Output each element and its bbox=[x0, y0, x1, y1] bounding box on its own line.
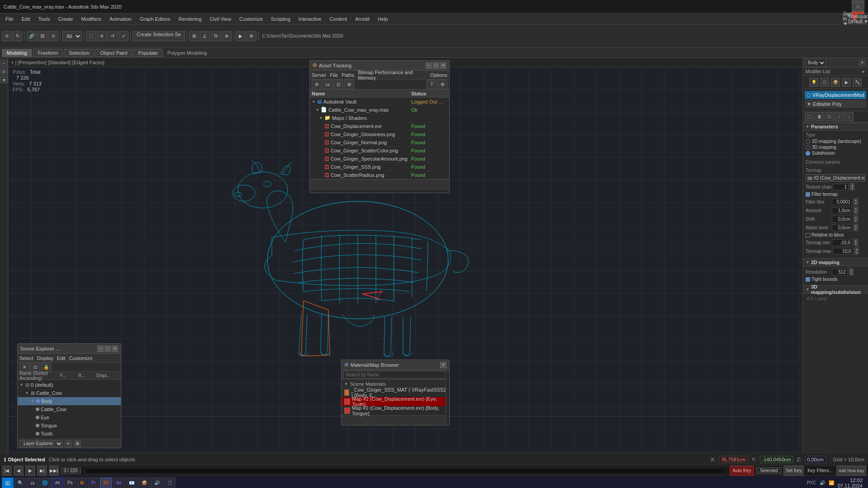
select-btn[interactable]: ⬚ bbox=[86, 31, 96, 41]
prev-frame-btn[interactable]: ◀ bbox=[14, 466, 24, 476]
se-maximize[interactable]: □ bbox=[104, 346, 111, 352]
bind-button[interactable]: ⊙ bbox=[48, 31, 58, 41]
se-close[interactable]: ✕ bbox=[112, 346, 118, 352]
spin-up[interactable]: ▲ bbox=[850, 183, 854, 187]
body-select[interactable]: Body bbox=[806, 59, 826, 67]
water-spin-down[interactable]: ▼ bbox=[854, 227, 858, 231]
se-minimize[interactable]: ─ bbox=[97, 346, 104, 352]
at-help[interactable]: ? bbox=[427, 80, 436, 90]
menu-arnold[interactable]: Arnold bbox=[351, 15, 373, 23]
resolution-input[interactable] bbox=[832, 269, 848, 275]
at-toolbar-4[interactable]: ⊞ bbox=[344, 80, 354, 90]
set-key-btn[interactable]: Set Key bbox=[783, 466, 804, 476]
selected-btn[interactable]: Selected bbox=[756, 467, 782, 474]
tab-selection[interactable]: Selection bbox=[64, 49, 94, 57]
left-side-btn-3[interactable]: ◈ bbox=[0, 76, 8, 83]
spin-down[interactable]: ▼ bbox=[850, 187, 854, 190]
at-row-specular[interactable]: 🖼 Cow_Ginger_SpecularAmount.png Found bbox=[310, 155, 449, 163]
left-side-btn-1[interactable]: + bbox=[0, 60, 8, 67]
rp-icon-mod[interactable]: 📦 bbox=[831, 78, 840, 87]
se-menu-customize[interactable]: Customize bbox=[69, 355, 93, 361]
taskbar-gaming[interactable]: 🎮 bbox=[52, 478, 63, 488]
menu-create[interactable]: Create bbox=[54, 15, 76, 23]
scene-explorer-header[interactable]: Scene Explorer ... ─ □ ✕ bbox=[18, 344, 121, 354]
shift-input[interactable] bbox=[832, 216, 852, 223]
tree-item-tongue[interactable]: Tongue bbox=[18, 422, 121, 430]
left-side-btn-2[interactable]: ⊡ bbox=[0, 68, 8, 75]
workspaces-dropdown[interactable]: Workspaces: Default ▼ bbox=[856, 14, 866, 24]
menu-rendering[interactable]: Rendering bbox=[175, 15, 205, 23]
at-toolbar-3[interactable]: ⊡ bbox=[333, 80, 343, 90]
rp-close[interactable]: ✕ bbox=[859, 60, 865, 66]
frame-counter[interactable]: 0 / 225 bbox=[61, 467, 81, 474]
at-toolbar-1[interactable]: ⚙ bbox=[312, 80, 322, 90]
at-row-max-file[interactable]: ▼ 📄 Cattle_Cow_max_vray.max Ok bbox=[310, 106, 449, 114]
rotate-btn[interactable]: ↺ bbox=[108, 31, 118, 41]
texmap-max-input[interactable] bbox=[833, 248, 853, 255]
taskbar-extra2[interactable]: 📦 bbox=[138, 478, 150, 488]
res-spin-down[interactable]: ▼ bbox=[849, 272, 854, 275]
tab-populate[interactable]: Populate bbox=[133, 49, 162, 57]
maximize-button[interactable]: □ bbox=[852, 2, 864, 11]
play-btn[interactable]: ▶ bbox=[25, 466, 35, 476]
move-btn[interactable]: ✛ bbox=[97, 31, 107, 41]
mb-item-displacement-eye[interactable]: Map #2 (Cow_Displacement.exr) [Eye, Toot… bbox=[342, 397, 449, 406]
menu-file[interactable]: File bbox=[2, 15, 17, 23]
menu-tools[interactable]: Tools bbox=[35, 15, 54, 23]
rp-mod-icon-2[interactable]: 🗑 bbox=[815, 112, 824, 121]
play-fwd-btn[interactable]: ▶▶| bbox=[49, 466, 59, 476]
scale-btn[interactable]: ⤢ bbox=[119, 31, 128, 41]
at-row-maps-folder[interactable]: ▼ 📁 Maps / Shaders bbox=[310, 114, 449, 122]
at-menu-options[interactable]: Options bbox=[430, 72, 447, 78]
auto-key-btn[interactable]: Auto Key bbox=[730, 466, 754, 476]
taskbar-extra3[interactable]: 🔊 bbox=[151, 478, 163, 488]
at-maximize[interactable]: □ bbox=[433, 62, 439, 69]
radio-subdivision[interactable]: Subdivision bbox=[806, 151, 865, 156]
filter-spin-up[interactable]: ▲ bbox=[854, 198, 858, 202]
se-menu-select[interactable]: Select bbox=[19, 355, 33, 361]
rp-icon-geo[interactable]: ⬡ bbox=[820, 78, 829, 87]
menu-content[interactable]: Content bbox=[326, 15, 351, 23]
shift-spin-down[interactable]: ▼ bbox=[854, 219, 858, 223]
at-row-normal[interactable]: 🖼 Cow_Ginger_Normal.png Found bbox=[310, 138, 449, 147]
at-menu-bitmap[interactable]: Bitmap Performance and Memory bbox=[358, 70, 427, 81]
rp-icon-light[interactable]: 💡 bbox=[809, 78, 818, 87]
taskbar-pp[interactable]: Pr bbox=[88, 478, 99, 488]
tmax-spin-down[interactable]: ▼ bbox=[854, 251, 859, 255]
texture-chan-input[interactable] bbox=[833, 184, 849, 190]
tab-modeling[interactable]: Modeling bbox=[2, 49, 32, 57]
taskbar-ae[interactable]: Ae bbox=[113, 478, 124, 488]
taskbar-chrome[interactable]: 🌐 bbox=[39, 478, 51, 488]
mb-close[interactable]: ✕ bbox=[440, 362, 446, 368]
tmin-spin-up[interactable]: ▲ bbox=[854, 239, 858, 242]
at-menu-file[interactable]: File bbox=[330, 72, 338, 78]
taskbar-ai[interactable]: Ai bbox=[77, 478, 87, 488]
radio-3d-mapping[interactable]: 3D mapping bbox=[806, 145, 865, 150]
tree-item-tooth[interactable]: Tooth bbox=[18, 430, 121, 438]
at-row-sss[interactable]: 🖼 Cow_Ginger_SSS.png Found bbox=[310, 163, 449, 171]
menu-interactive[interactable]: Interactive bbox=[295, 15, 325, 23]
tree-item-body[interactable]: ▼ Body bbox=[18, 397, 121, 405]
res-spin-up[interactable]: ▲ bbox=[849, 268, 854, 272]
select-mode-dropdown[interactable]: All bbox=[62, 31, 82, 41]
se-footer-btn1[interactable]: ≡ bbox=[65, 440, 72, 447]
tree-item-eye[interactable]: Eye bbox=[18, 413, 121, 422]
mb-scrollbar[interactable] bbox=[446, 370, 449, 425]
modifier-editable-poly[interactable]: ▼ Editable Poly bbox=[805, 100, 866, 108]
filter-spin-down[interactable]: ▼ bbox=[854, 202, 858, 205]
rp-icon-anim[interactable]: ▶ bbox=[842, 78, 851, 87]
key-filters-btn[interactable]: Key Filters... bbox=[806, 468, 835, 473]
taskbar-ps[interactable]: Ps bbox=[64, 478, 76, 488]
3d-mapping-section-header[interactable]: ▼ 3D mapping/subdivision bbox=[803, 285, 868, 294]
tmax-spin-up[interactable]: ▲ bbox=[854, 247, 859, 251]
at-menu-server[interactable]: Server bbox=[312, 72, 326, 78]
start-button[interactable]: ⊞ bbox=[2, 478, 14, 488]
tight-bounds-checkbox[interactable] bbox=[806, 277, 810, 282]
amount-spin-up[interactable]: ▲ bbox=[854, 207, 858, 210]
modifier-vray-displacement[interactable]: ⬡ VRayDisplacementMod bbox=[805, 91, 866, 99]
2d-mapping-section-header[interactable]: ▼ 2D mapping bbox=[803, 258, 868, 266]
create-selection-button[interactable]: Create Selection Se bbox=[133, 31, 185, 41]
at-toolbar-2[interactable]: 🗂 bbox=[323, 80, 332, 90]
coord-z[interactable]: 0,00cm bbox=[805, 456, 826, 463]
rp-icon-disp[interactable]: 🔧 bbox=[853, 78, 862, 87]
